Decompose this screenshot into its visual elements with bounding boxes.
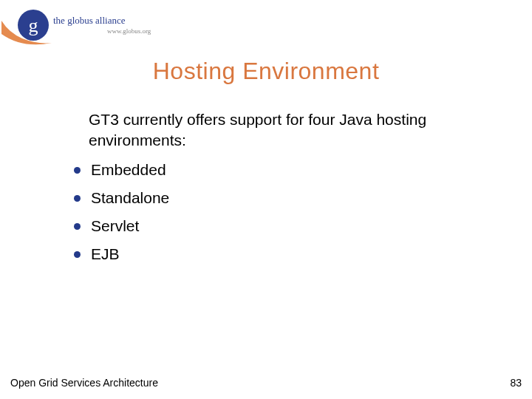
list-item: Embedded [74, 161, 443, 179]
logo-main-text: the globus alliance [53, 15, 126, 26]
logo-letter: g [29, 15, 38, 36]
slide-title: Hosting Environment [0, 58, 532, 85]
bullet-icon [74, 195, 81, 202]
list-item: Standalone [74, 189, 443, 207]
bullet-label: Servlet [91, 217, 139, 235]
slide: g the globus alliance www.globus.org Hos… [0, 0, 532, 399]
bullet-icon [74, 251, 81, 258]
bullet-icon [74, 167, 81, 174]
intro-text: GT3 currently offers support for four Ja… [89, 109, 443, 151]
globus-logo: g the globus alliance www.globus.org [0, 6, 185, 50]
footer-text: Open Grid Services Architecture [10, 377, 158, 389]
list-item: Servlet [74, 217, 443, 235]
list-item: EJB [74, 245, 443, 263]
bullet-icon [74, 223, 81, 230]
bullet-label: EJB [91, 245, 120, 263]
globus-logo-svg: g the globus alliance www.globus.org [0, 6, 185, 50]
bullet-label: Standalone [91, 189, 169, 207]
logo-sub-text: www.globus.org [107, 27, 151, 35]
bullet-label: Embedded [91, 161, 166, 179]
bullet-list: Embedded Standalone Servlet EJB [74, 161, 443, 273]
page-number: 83 [510, 377, 522, 389]
